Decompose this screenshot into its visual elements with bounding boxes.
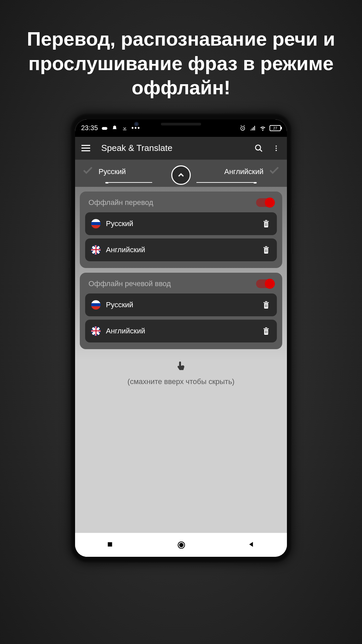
phone-notch xyxy=(161,123,201,125)
trash-icon xyxy=(262,300,270,310)
bell-icon xyxy=(111,125,118,131)
delete-button[interactable] xyxy=(261,300,271,310)
svg-rect-9 xyxy=(267,249,267,252)
swipe-hint-text: (смахните вверх чтобы скрыть) xyxy=(80,377,282,386)
language-name: Русский xyxy=(106,219,256,228)
wifi-icon xyxy=(259,125,266,131)
svg-rect-6 xyxy=(265,223,266,226)
language-name: Русский xyxy=(106,301,256,309)
offline-speech-toggle[interactable] xyxy=(256,279,274,288)
phone-button xyxy=(69,221,71,261)
phone-button xyxy=(69,180,71,207)
flag-uk-icon xyxy=(91,326,101,336)
chevron-up-icon xyxy=(176,170,186,180)
svg-rect-12 xyxy=(265,330,266,333)
source-language[interactable]: Русский xyxy=(82,164,171,179)
home-button[interactable] xyxy=(177,541,185,549)
flag-ru-icon xyxy=(91,219,101,228)
signal-icon xyxy=(249,125,256,131)
language-selector-bar: Русский Английский xyxy=(75,160,287,187)
menu-button[interactable] xyxy=(81,144,90,153)
phone-frame: 23:35 ••• xyxy=(70,113,292,563)
svg-rect-14 xyxy=(108,542,112,547)
offline-translation-toggle[interactable] xyxy=(256,198,274,207)
content-area: Оффлайн перевод Русский Английский xyxy=(75,187,287,533)
android-nav-bar xyxy=(75,533,287,557)
status-bar: 23:35 ••• xyxy=(75,119,287,137)
target-language-label: Английский xyxy=(224,167,263,176)
phone-button xyxy=(291,207,293,254)
overflow-button[interactable] xyxy=(272,144,281,153)
gamepad-icon xyxy=(101,125,108,131)
svg-point-4 xyxy=(276,148,277,149)
source-language-label: Русский xyxy=(99,167,126,176)
app-bar: Speak & Translate xyxy=(75,137,287,160)
language-row: Русский xyxy=(85,212,277,235)
language-row: Русский xyxy=(85,293,277,316)
card-title: Оффлайн перевод xyxy=(88,198,153,207)
phone-speaker xyxy=(161,123,201,125)
language-row: Английский xyxy=(85,320,277,342)
search-button[interactable] xyxy=(254,144,263,153)
check-icon xyxy=(268,164,280,179)
language-row: Английский xyxy=(85,238,277,261)
language-name: Английский xyxy=(106,327,256,335)
underline xyxy=(105,182,152,183)
recent-apps-button[interactable] xyxy=(106,541,114,549)
svg-point-3 xyxy=(276,145,277,147)
swipe-hint[interactable]: (смахните вверх чтобы скрыть) xyxy=(80,354,282,393)
offline-translation-card: Оффлайн перевод Русский Английский xyxy=(80,192,282,268)
trash-icon xyxy=(262,326,270,336)
svg-rect-0 xyxy=(102,127,108,129)
trash-icon xyxy=(262,245,270,255)
svg-point-16 xyxy=(180,543,183,547)
svg-rect-8 xyxy=(265,249,266,252)
svg-rect-10 xyxy=(265,304,266,307)
triangle-left-icon xyxy=(248,541,255,548)
alarm-icon xyxy=(239,125,246,131)
flag-uk-icon xyxy=(91,245,101,255)
svg-point-5 xyxy=(276,150,277,151)
delete-button[interactable] xyxy=(261,219,271,228)
square-icon xyxy=(106,541,114,548)
battery-indicator: 27 xyxy=(269,125,281,131)
app-title: Speak & Translate xyxy=(101,143,246,153)
svg-rect-11 xyxy=(267,304,267,307)
screen: 23:35 ••• xyxy=(75,119,287,557)
svg-point-2 xyxy=(255,145,260,150)
download-icon xyxy=(121,125,128,131)
trash-icon xyxy=(262,219,270,228)
phone-button xyxy=(69,268,71,308)
target-language[interactable]: Английский xyxy=(191,164,280,179)
tap-icon xyxy=(80,361,282,375)
phone-camera xyxy=(134,122,139,126)
search-icon xyxy=(254,144,263,153)
more-vertical-icon xyxy=(273,145,280,152)
delete-button[interactable] xyxy=(261,245,271,255)
hamburger-icon xyxy=(81,145,90,151)
delete-button[interactable] xyxy=(261,326,271,336)
underline xyxy=(196,182,257,183)
card-title: Оффлайн речевой ввод xyxy=(88,279,171,288)
svg-rect-13 xyxy=(267,330,267,333)
swap-languages-button[interactable] xyxy=(171,165,191,185)
back-button[interactable] xyxy=(248,541,256,549)
svg-rect-7 xyxy=(267,223,267,226)
promo-headline: Перевод, распознавание речи и прослушива… xyxy=(0,0,362,113)
flag-ru-icon xyxy=(91,300,101,310)
language-name: Английский xyxy=(106,246,256,254)
check-icon xyxy=(82,164,94,179)
status-time: 23:35 xyxy=(81,124,98,132)
circle-icon xyxy=(177,541,186,549)
offline-speech-input-card: Оффлайн речевой ввод Русский Английский xyxy=(80,273,282,349)
